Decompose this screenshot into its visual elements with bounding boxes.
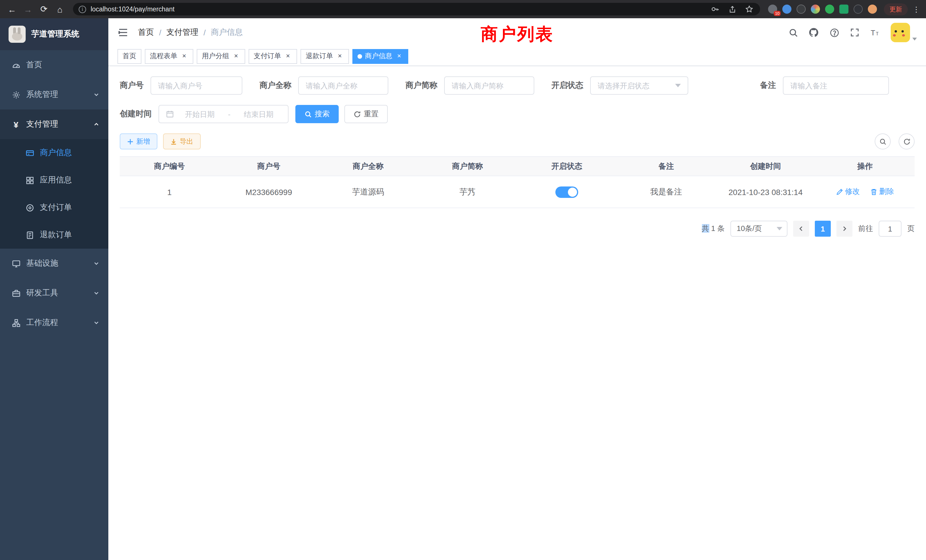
merchant-no-input-field[interactable] <box>158 81 235 90</box>
chevron-down-icon <box>94 290 99 296</box>
date-range-input[interactable]: - <box>159 105 289 123</box>
svg-text:T: T <box>871 29 875 37</box>
date-end-field[interactable] <box>236 110 281 118</box>
hamburger-icon[interactable] <box>118 27 129 38</box>
tab-process-form[interactable]: 流程表单 × <box>145 49 193 64</box>
sidebar-item-label: 应用信息 <box>40 175 99 185</box>
app-logo <box>9 26 26 43</box>
sidebar-item-infra[interactable]: 基础设施 <box>0 249 108 278</box>
browser-update-button[interactable]: 更新 <box>884 3 908 15</box>
bookmark-star-icon[interactable] <box>744 4 754 14</box>
page-number-1[interactable]: 1 <box>815 221 831 237</box>
extension-icon-1[interactable]: 10 <box>768 5 777 14</box>
tab-user-group[interactable]: 用户分组 × <box>197 49 245 64</box>
col-header: 开启状态 <box>517 157 617 176</box>
cell-full-name: 芋道源码 <box>318 176 418 208</box>
search-button[interactable]: 搜索 <box>295 105 339 123</box>
close-icon[interactable]: × <box>180 52 188 60</box>
page-size-select[interactable]: 10条/页 <box>731 221 787 237</box>
extension-icon-6[interactable] <box>839 5 849 14</box>
full-name-input[interactable] <box>298 76 388 95</box>
hide-search-button[interactable] <box>875 133 891 150</box>
prev-page-button[interactable] <box>793 221 809 237</box>
sidebar-item-merchant-info[interactable]: 商户信息 <box>0 139 108 166</box>
reset-button[interactable]: 重置 <box>344 105 388 123</box>
extension-icon-8[interactable] <box>868 5 877 14</box>
sidebar-item-workflow[interactable]: 工作流程 <box>0 308 108 338</box>
close-icon[interactable]: × <box>395 52 403 60</box>
goto-page-input[interactable] <box>879 221 902 237</box>
breadcrumb-item[interactable]: 支付管理 <box>166 27 198 38</box>
close-icon[interactable]: × <box>232 52 240 60</box>
close-icon[interactable]: × <box>284 52 292 60</box>
status-toggle[interactable] <box>555 186 578 198</box>
export-button[interactable]: 导出 <box>163 133 201 150</box>
field-label: 商户简称 <box>406 80 437 91</box>
sidebar-item-label: 系统管理 <box>26 89 88 100</box>
extension-icon-4[interactable] <box>811 5 820 14</box>
cell-short-name: 芋艿 <box>418 176 517 208</box>
avatar[interactable] <box>891 23 910 42</box>
app-logo-row[interactable]: 芋道管理系统 <box>0 18 108 50</box>
merchant-no-input[interactable] <box>151 76 242 95</box>
extension-icon-2[interactable] <box>782 5 791 14</box>
font-size-icon[interactable]: TT <box>870 27 881 38</box>
status-select[interactable] <box>590 76 688 95</box>
date-start-field[interactable] <box>177 110 222 118</box>
remark-input[interactable] <box>783 76 889 95</box>
extension-icon-3[interactable] <box>797 5 806 14</box>
reload-icon[interactable]: ⟳ <box>38 3 50 15</box>
goto-prefix: 前往 <box>858 224 873 234</box>
goto-page-field[interactable] <box>882 224 899 233</box>
github-icon[interactable] <box>808 27 819 38</box>
help-icon[interactable] <box>829 27 839 38</box>
key-icon[interactable] <box>710 4 720 14</box>
remark-input-field[interactable] <box>790 81 882 90</box>
add-button[interactable]: 新增 <box>120 133 157 150</box>
sidebar-item-label: 退款订单 <box>40 230 99 240</box>
next-page-button[interactable] <box>837 221 852 237</box>
sidebar-item-refund-order[interactable]: 退款订单 <box>0 221 108 249</box>
info-icon[interactable]: i <box>79 5 86 13</box>
breadcrumb-separator: / <box>204 28 206 37</box>
tab-pay-order[interactable]: 支付订单 × <box>249 49 297 64</box>
active-dot <box>357 54 362 59</box>
tab-home[interactable]: 首页 <box>118 49 141 64</box>
sidebar-item-system[interactable]: 系统管理 <box>0 80 108 109</box>
refresh-table-button[interactable] <box>899 133 915 150</box>
sidebar-item-pay[interactable]: ¥ 支付管理 <box>0 109 108 139</box>
status-select-field[interactable] <box>598 81 672 90</box>
edit-icon <box>836 188 843 195</box>
sidebar-item-pay-order[interactable]: 支付订单 <box>0 194 108 221</box>
back-icon[interactable]: ← <box>6 3 18 15</box>
sidebar-item-devtools[interactable]: 研发工具 <box>0 278 108 308</box>
extension-icon-5[interactable] <box>825 5 834 14</box>
close-icon[interactable]: × <box>336 52 344 60</box>
search-icon[interactable] <box>788 27 798 38</box>
tab-refund-order[interactable]: 退款订单 × <box>301 49 349 64</box>
full-name-input-field[interactable] <box>306 81 381 90</box>
address-bar[interactable]: i localhost:1024/pay/merchant <box>73 3 760 15</box>
monitor-icon <box>11 259 21 268</box>
sidebar-item-app-info[interactable]: 应用信息 <box>0 166 108 194</box>
user-menu[interactable] <box>891 23 917 42</box>
screen: ← → ⟳ ⌂ i localhost:1024/pay/merchant 10 <box>0 0 926 560</box>
extension-icon-7[interactable] <box>853 5 863 14</box>
sidebar-item-label: 支付订单 <box>40 203 99 213</box>
reset-button-label: 重置 <box>364 109 378 119</box>
home-icon[interactable]: ⌂ <box>54 3 66 15</box>
short-name-input-field[interactable] <box>452 81 527 90</box>
short-name-input[interactable] <box>444 76 534 95</box>
forward-icon[interactable]: → <box>22 3 34 15</box>
cell-remark: 我是备注 <box>617 176 716 208</box>
edit-link[interactable]: 修改 <box>836 187 860 197</box>
tab-merchant-info[interactable]: 商户信息 × <box>353 49 408 64</box>
url-text[interactable]: localhost:1024/pay/merchant <box>91 6 705 12</box>
sidebar-item-home[interactable]: 首页 <box>0 50 108 80</box>
share-icon[interactable] <box>727 4 737 14</box>
browser-menu-icon[interactable]: ⋮ <box>912 5 920 14</box>
cell-status <box>517 176 617 208</box>
breadcrumb-item[interactable]: 首页 <box>138 27 154 38</box>
delete-link[interactable]: 删除 <box>870 187 894 197</box>
fullscreen-icon[interactable] <box>850 27 860 38</box>
